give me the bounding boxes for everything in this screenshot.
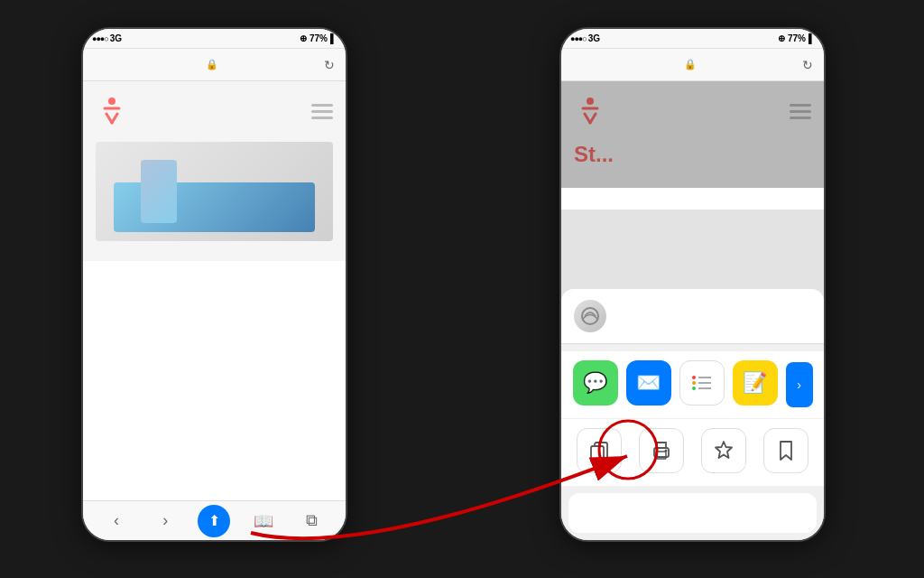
apps-row: 💬 ✉️ xyxy=(561,351,824,418)
svg-point-8 xyxy=(582,308,598,324)
network-type-2: 3G xyxy=(588,33,600,43)
copy-action-icon xyxy=(577,428,622,473)
logo-area-2 xyxy=(574,92,811,131)
app-item-reminders[interactable] xyxy=(679,360,725,409)
back-button-1[interactable]: ‹ xyxy=(100,505,133,537)
svg-point-11 xyxy=(692,387,696,390)
notes-app-icon: 📝 xyxy=(733,360,778,406)
svg-line-6 xyxy=(585,114,590,123)
cancel-button[interactable] xyxy=(568,493,817,533)
refresh-icon-2[interactable]: ↻ xyxy=(802,58,813,72)
svg-line-2 xyxy=(106,114,112,123)
phone-1: ●●●○ 3G ⊕ 77% ▌ 🔒 ↻ xyxy=(81,27,347,542)
status-bar-1: ●●●○ 3G ⊕ 77% ▌ xyxy=(83,29,346,49)
favourites-action-icon xyxy=(701,428,746,473)
action-print[interactable] xyxy=(639,428,684,477)
signal-dots-2: ●●●○ xyxy=(570,34,587,43)
web-content-inner-2: St... xyxy=(561,81,824,188)
status-left-2: ●●●○ 3G xyxy=(570,33,600,43)
address-bar-2[interactable]: 🔒 ↻ xyxy=(561,49,824,81)
app-item-mail[interactable]: ✉️ xyxy=(626,360,671,409)
action-add-favourites[interactable] xyxy=(701,428,746,477)
share-button-1[interactable]: ⬆ xyxy=(198,505,230,537)
airdrop-icon xyxy=(574,300,606,332)
svg-point-9 xyxy=(692,376,696,379)
bottom-toolbar-1: ‹ › ⬆ 📖 ⧉ xyxy=(83,500,346,540)
share-sheet: 💬 ✉️ xyxy=(561,289,824,540)
status-right-2: ⊕ 77% ▌ xyxy=(778,33,815,43)
app-item-more[interactable]: › xyxy=(786,362,813,407)
hamburger-line xyxy=(790,117,811,119)
app-item-notes[interactable]: 📝 xyxy=(733,360,778,409)
reminders-app-icon xyxy=(679,360,725,406)
network-type-1: 3G xyxy=(110,33,122,43)
mail-app-icon: ✉️ xyxy=(626,360,671,406)
bluetooth-2: ⊕ xyxy=(778,33,785,43)
hamburger-2 xyxy=(790,104,811,119)
bookmark-action-icon xyxy=(763,428,808,473)
hamburger-1[interactable] xyxy=(311,104,333,119)
print-action-icon xyxy=(639,428,684,473)
actions-row xyxy=(561,419,824,486)
headline-2: St... xyxy=(574,142,811,168)
tabs-button-1[interactable]: ⧉ xyxy=(296,505,328,537)
lock-icon-1: 🔒 xyxy=(206,59,218,70)
action-copy[interactable] xyxy=(577,428,622,477)
svg-point-4 xyxy=(587,98,594,105)
action-add-bookmark[interactable] xyxy=(763,428,808,477)
svg-marker-20 xyxy=(716,442,732,458)
logo-area-1 xyxy=(96,92,333,131)
airdrop-row xyxy=(574,300,811,332)
web-content-inner-1 xyxy=(83,81,346,261)
status-left-1: ●●●○ 3G xyxy=(92,33,122,43)
product-image-1 xyxy=(96,142,333,241)
svg-point-10 xyxy=(692,381,696,385)
hamburger-line xyxy=(311,110,333,113)
lock-icon-2: 🔒 xyxy=(684,59,697,70)
status-right-1: ⊕ 77% ▌ xyxy=(300,33,337,43)
refresh-icon-1[interactable]: ↻ xyxy=(324,58,335,72)
svg-line-7 xyxy=(590,114,596,123)
more-app-icon: › xyxy=(786,362,813,407)
message-app-icon: 💬 xyxy=(573,360,618,406)
svg-point-19 xyxy=(665,450,668,452)
address-bar-1[interactable]: 🔒 ↻ xyxy=(83,49,346,81)
web-content-1 xyxy=(83,81,346,500)
signal-dots-1: ●●●○ xyxy=(92,34,108,43)
battery-icon-2: ▌ xyxy=(808,33,815,43)
forward-button-1[interactable]: › xyxy=(149,505,181,537)
phone-2: ●●●○ 3G ⊕ 77% ▌ 🔒 ↻ xyxy=(559,27,826,542)
battery-icon-1: ▌ xyxy=(330,33,337,43)
hamburger-line xyxy=(790,104,811,107)
battery-1: 77% xyxy=(310,33,328,43)
svg-line-3 xyxy=(112,114,117,123)
logo-x-2 xyxy=(574,92,606,131)
hamburger-line xyxy=(311,104,333,107)
app-item-message[interactable]: 💬 xyxy=(573,360,618,409)
svg-rect-16 xyxy=(591,446,604,462)
status-bar-2: ●●●○ 3G ⊕ 77% ▌ xyxy=(561,29,824,49)
hamburger-line xyxy=(790,110,811,113)
battery-2: 77% xyxy=(788,33,806,43)
logo-x-1 xyxy=(96,92,128,131)
bookmarks-button-1[interactable]: 📖 xyxy=(247,505,280,537)
hamburger-line xyxy=(311,117,333,119)
svg-point-0 xyxy=(108,98,116,105)
airdrop-section xyxy=(561,289,824,344)
bluetooth-1: ⊕ xyxy=(300,33,307,43)
